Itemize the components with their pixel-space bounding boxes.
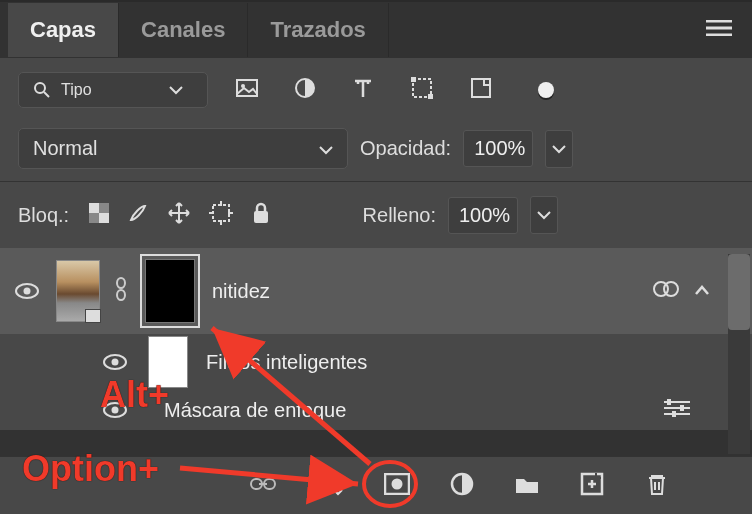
visibility-toggle[interactable] [100, 353, 130, 371]
svg-point-16 [117, 278, 125, 288]
search-icon [33, 81, 51, 99]
scrollbar-thumb[interactable] [728, 254, 750, 330]
svg-rect-25 [680, 405, 684, 411]
svg-rect-9 [99, 213, 109, 223]
link-layers-icon[interactable] [250, 476, 276, 496]
add-mask-icon[interactable] [384, 473, 410, 499]
opacity-dropdown[interactable] [545, 130, 573, 168]
layer-name[interactable]: nitidez [212, 280, 270, 303]
fill-input[interactable]: 100% [448, 197, 518, 234]
svg-point-0 [35, 83, 45, 93]
chevron-down-icon [169, 81, 193, 99]
layers-list: nitidez Filtros inteligentes Máscara de … [0, 248, 752, 430]
panel-tabs: Capas Canales Trazados [0, 2, 752, 58]
lock-artboard-icon[interactable] [209, 201, 233, 230]
visibility-toggle[interactable] [100, 401, 130, 419]
filter-toggle[interactable] [538, 82, 554, 98]
svg-rect-11 [89, 213, 99, 223]
svg-point-21 [112, 359, 119, 366]
filter-smartobject-icon[interactable] [470, 77, 492, 103]
layer-filter-select[interactable]: Tipo [18, 72, 208, 108]
chevron-down-icon [319, 137, 333, 160]
collapse-chevron-icon[interactable] [694, 282, 710, 300]
filter-pixel-icon[interactable] [236, 77, 258, 103]
tab-layers[interactable]: Capas [8, 3, 119, 57]
lock-brush-icon[interactable] [127, 202, 149, 229]
svg-rect-24 [667, 399, 671, 405]
mask-link-icon[interactable] [114, 276, 128, 306]
tab-paths[interactable]: Trazados [248, 3, 388, 57]
svg-rect-6 [428, 94, 433, 99]
svg-point-23 [112, 407, 119, 414]
fill-label: Relleno: [363, 204, 436, 227]
layer-thumbnail[interactable] [56, 260, 100, 322]
svg-rect-5 [411, 77, 416, 82]
svg-rect-7 [472, 79, 490, 97]
filter-mask-thumbnail[interactable] [148, 336, 188, 388]
lock-all-icon[interactable] [251, 202, 271, 229]
layer-mask-thumbnail[interactable] [142, 256, 198, 326]
svg-point-19 [664, 282, 678, 296]
smartobject-badge-icon [85, 309, 101, 323]
filter-item-row[interactable]: Máscara de enfoque [0, 390, 752, 430]
panel-menu-icon[interactable] [706, 20, 732, 40]
svg-rect-13 [254, 211, 268, 223]
svg-point-17 [117, 290, 125, 300]
new-layer-icon[interactable] [580, 472, 606, 500]
filter-blend-options-icon[interactable] [662, 399, 692, 421]
smart-filters-label: Filtros inteligentes [206, 351, 367, 374]
blend-mode-select[interactable]: Normal [18, 128, 348, 169]
filter-adjustment-icon[interactable] [294, 77, 316, 103]
scrollbar[interactable] [728, 254, 750, 454]
filter-shape-icon[interactable] [410, 76, 434, 104]
layer-style-icon[interactable]: fx [316, 472, 344, 500]
svg-point-31 [392, 478, 403, 489]
layer-row[interactable]: nitidez [0, 248, 752, 334]
visibility-toggle[interactable] [12, 282, 42, 300]
svg-rect-12 [213, 205, 229, 221]
lock-move-icon[interactable] [167, 201, 191, 230]
layers-footer: fx [0, 456, 752, 514]
svg-point-15 [24, 288, 31, 295]
blend-mode-value: Normal [33, 137, 97, 160]
svg-rect-1 [237, 80, 257, 96]
new-group-icon[interactable] [514, 473, 540, 499]
svg-rect-8 [89, 203, 99, 213]
filter-name[interactable]: Máscara de enfoque [164, 399, 346, 422]
svg-text:fx: fx [316, 474, 329, 494]
tab-channels[interactable]: Canales [119, 3, 248, 57]
adjustment-layer-icon[interactable] [450, 472, 474, 500]
opacity-label: Opacidad: [360, 137, 451, 160]
filter-label: Tipo [61, 81, 92, 99]
svg-rect-10 [99, 203, 109, 213]
lock-transparency-icon[interactable] [89, 203, 109, 228]
lock-label: Bloq.: [18, 204, 69, 227]
svg-rect-26 [672, 411, 676, 417]
layer-effects-icon[interactable] [652, 279, 680, 303]
smart-filters-row[interactable]: Filtros inteligentes [0, 334, 752, 390]
fill-dropdown[interactable] [530, 196, 558, 234]
filter-type-icon[interactable] [352, 77, 374, 103]
opacity-input[interactable]: 100% [463, 130, 533, 167]
delete-layer-icon[interactable] [646, 472, 668, 500]
